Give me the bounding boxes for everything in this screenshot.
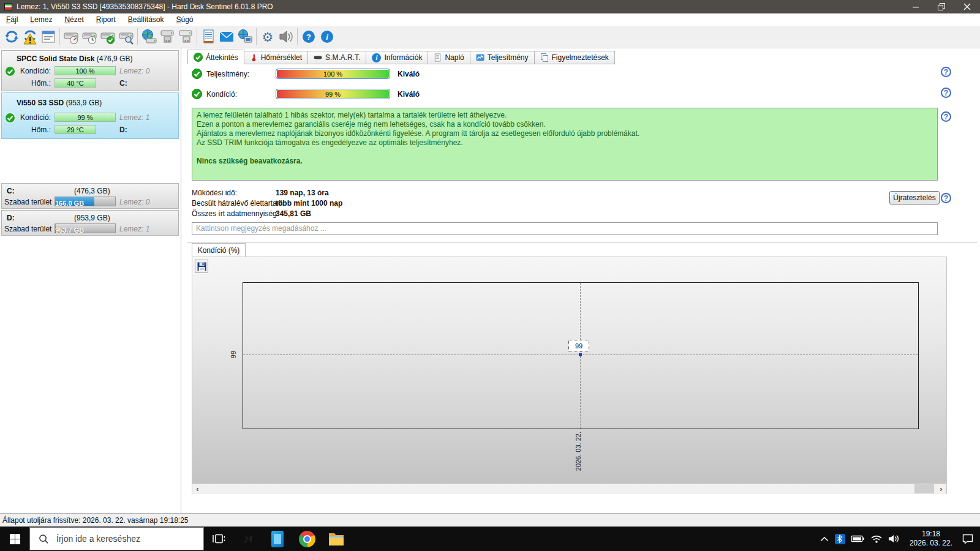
scroll-left-button[interactable]: ‹ — [192, 484, 203, 494]
lifetime-value: több mint 1000 nap — [276, 199, 342, 208]
power-on-time-value: 139 nap, 13 óra — [276, 189, 329, 197]
taskbar-search-input[interactable]: Írjon ide a kereséshez — [29, 527, 204, 550]
report-window-icon[interactable] — [39, 28, 58, 46]
your-phone-button[interactable] — [263, 527, 292, 551]
menu-report[interactable]: Riport — [90, 15, 122, 24]
disk-clock-icon[interactable] — [80, 28, 99, 46]
temperature-label: Hőm.: — [2, 126, 51, 134]
menu-help[interactable]: Súgó — [170, 15, 199, 24]
chart-horizontal-scrollbar[interactable]: ‹ › — [192, 484, 946, 494]
task-view-button[interactable] — [204, 527, 233, 551]
battery-tray-icon[interactable] — [851, 534, 865, 544]
menu-disk[interactable]: Lemez — [24, 15, 58, 24]
notes-icon[interactable] — [199, 28, 217, 46]
main-panel: Áttekintés Hőmérséklet S.M.A.R.T. i Info… — [182, 48, 980, 513]
chart-tab-condition[interactable]: Kondíció (%) — [192, 243, 246, 257]
disk-performance-icon[interactable] — [62, 28, 80, 46]
refresh-icon[interactable] — [2, 28, 21, 46]
toolbar: ⚙ ? i — [0, 26, 980, 48]
save-chart-button[interactable] — [195, 260, 208, 273]
scrollbar-thumb[interactable] — [914, 484, 934, 493]
task-view-icon — [212, 533, 225, 545]
drive-letter: D: — [119, 126, 127, 134]
ok-icon — [192, 69, 202, 81]
tab-performance[interactable]: Teljesítmény — [470, 51, 535, 64]
system-tray: 19:18 2026. 03. 22. — [820, 530, 980, 548]
refresh-alert-icon[interactable] — [21, 28, 39, 46]
comment-input[interactable]: Kattintson megjegyzés megadásához ... — [192, 222, 938, 235]
restore-button[interactable] — [929, 0, 954, 13]
phone-icon — [271, 531, 284, 547]
condition-bar: 100 % — [55, 66, 116, 75]
help-icon[interactable]: ? — [941, 111, 951, 122]
performance-label: Teljesítmény: — [206, 70, 249, 78]
usb-disk-detect-icon[interactable] — [158, 28, 176, 46]
close-button[interactable] — [954, 0, 980, 13]
data-point[interactable] — [579, 353, 582, 356]
folder-icon — [328, 532, 344, 545]
help-icon[interactable]: ? — [941, 193, 951, 203]
start-button[interactable] — [0, 527, 29, 551]
disk-number: Lemez: 0 — [119, 67, 149, 75]
tab-smart[interactable]: S.M.A.R.T. — [308, 51, 366, 64]
chrome-button[interactable] — [292, 527, 322, 551]
restore-icon — [938, 3, 946, 11]
help-toolbar-icon[interactable]: ? — [300, 28, 318, 46]
scroll-right-button[interactable]: › — [936, 484, 946, 494]
window-title: Lemez: 1, Vi550 S3 SSD [493535308375348]… — [17, 2, 273, 11]
tab-temperature[interactable]: Hőmérséklet — [244, 51, 308, 64]
action-center-icon[interactable] — [962, 533, 974, 544]
bluetooth-tray-icon[interactable] — [835, 534, 845, 544]
disk-panel-1-selected[interactable]: Vi550 S3 SSD (953,9 GB) Kondíció: 99 % L… — [1, 92, 179, 139]
menu-view[interactable]: Nézet — [58, 15, 89, 24]
disk-number: Lemez: 0 — [119, 198, 149, 206]
wifi-tray-icon[interactable] — [870, 534, 883, 544]
total-written-value: 345,81 GB — [276, 209, 311, 218]
file-explorer-button[interactable] — [322, 527, 351, 551]
temperature-bar: 40 °C — [55, 78, 96, 88]
partition-size: (953,9 GB) — [74, 214, 110, 222]
help-icon[interactable]: ? — [941, 67, 951, 77]
partition-letter: D: — [7, 214, 15, 222]
network-disk-icon[interactable] — [140, 28, 158, 46]
power-on-time-label: Működési idő: — [192, 189, 237, 197]
tab-log[interactable]: Napló — [428, 51, 470, 64]
taskbar-clock[interactable]: 19:18 2026. 03. 22. — [906, 530, 956, 548]
disk-panel-0[interactable]: SPCC Solid State Disk (476,9 GB) Kondíci… — [1, 50, 179, 91]
disk-sidebar: SPCC Solid State Disk (476,9 GB) Kondíci… — [0, 48, 181, 513]
toolbar-separator — [59, 28, 60, 45]
volume-tray-icon[interactable] — [888, 534, 900, 544]
remote-monitor-icon[interactable] — [236, 28, 254, 46]
chart-icon — [476, 53, 484, 62]
condition-label: Kondíció: — [2, 67, 51, 75]
partition-panel-d[interactable]: D: (953,9 GB) Szabad terület 953,7 GB Le… — [1, 210, 179, 236]
check-icon — [194, 53, 203, 62]
tab-alerts[interactable]: Figyelmeztetések — [535, 51, 615, 64]
partition-panel-c[interactable]: C: (476,3 GB) Szabad terület 166,0 GB Le… — [1, 183, 179, 209]
close-icon — [963, 3, 971, 10]
help-icon[interactable]: ? — [941, 88, 951, 98]
retest-button[interactable]: Újratesztelés — [889, 191, 940, 204]
clock-date: 2026. 03. 22. — [910, 539, 952, 548]
mail-icon[interactable] — [217, 28, 236, 46]
disk-search-icon[interactable] — [117, 28, 135, 46]
status-bar-text: Állapot utoljára frissítve: 2026. 03. 22… — [2, 516, 189, 525]
bluetooth-mini-icon — [248, 535, 254, 542]
settings-gear-icon[interactable]: ⚙ — [258, 28, 277, 46]
minimize-button[interactable] — [903, 0, 929, 13]
tray-expand-chevron-icon[interactable] — [820, 534, 829, 543]
menu-settings[interactable]: Beállítások — [122, 15, 170, 24]
information-toolbar-icon[interactable]: i — [318, 28, 336, 46]
usb-disk-eject-icon[interactable] — [176, 28, 195, 46]
music-app-button[interactable]: ♪ — [233, 527, 263, 551]
status-line: A lemez felületén található 1 hibás szek… — [197, 111, 933, 120]
status-line: Ezen a ponton a merevlemez garanciális c… — [197, 120, 933, 129]
sounds-icon[interactable] — [277, 28, 295, 46]
temperature-bar: 29 °C — [55, 125, 96, 134]
title-bar: Lemez: 1, Vi550 S3 SSD [493535308375348]… — [0, 0, 980, 13]
disk-test-icon[interactable] — [99, 28, 117, 46]
tab-information[interactable]: i Információk — [366, 51, 428, 64]
menu-file[interactable]: Fájl — [0, 15, 24, 24]
free-space-label: Szabad terület — [4, 225, 51, 233]
tab-overview[interactable]: Áttekintés — [187, 50, 244, 64]
